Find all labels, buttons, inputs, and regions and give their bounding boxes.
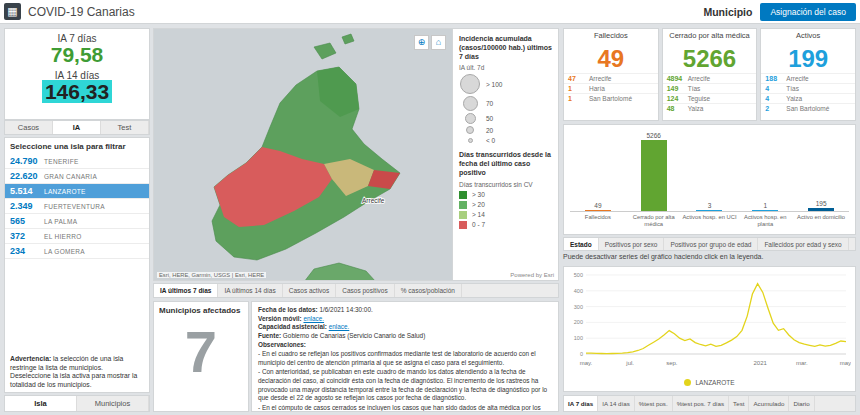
breakdown-count: 47 [568, 75, 586, 82]
bar-value-label: 3 [708, 202, 712, 209]
incidence-circle-icon [468, 138, 473, 143]
days-swatch-icon [459, 191, 467, 199]
bar-value-label: 49 [594, 202, 601, 209]
y-tick-label: 400 [574, 288, 583, 294]
breakdown-count: 188 [765, 75, 783, 82]
incidence-legend-title: Incidencia acumulada (casos/100000 hab.)… [459, 35, 552, 61]
incidence-classes: > 100705020< 0 [459, 74, 552, 144]
app-menu-icon[interactable]: ▦ [4, 3, 21, 20]
island-row-gran-canaria[interactable]: 22.620GRAN CANARIA [5, 169, 149, 184]
island-row-el-hierro[interactable]: 372EL HIERRO [5, 229, 149, 244]
island-count: 565 [10, 216, 40, 226]
line-chart-legend[interactable]: LANZAROTE [566, 379, 853, 386]
island-count: 372 [10, 231, 40, 241]
stat-card-breakdown: 188Arrecife4Tías4Yaiza2San Bartolomé [761, 73, 855, 120]
map-legend: Incidencia acumulada (casos/100000 hab.)… [452, 29, 558, 280]
tab-isla[interactable]: Isla [5, 396, 77, 411]
tab-test-pos[interactable]: %test pos. [635, 396, 673, 411]
breakdown-municipio: Arrecife [786, 75, 808, 82]
data-info-panel: Fecha de los datos: 1/6/2021 14:30:00. V… [251, 301, 559, 412]
tab-ia-14-d-as[interactable]: IA 14 días [598, 396, 635, 411]
stat-card-activos: Activos199188Arrecife4Tías4Yaiza2San Bar… [760, 28, 856, 121]
incidence-circle-icon [465, 113, 476, 124]
map-metric-tabs: IA últimos 7 díasIA últimos 14 díasCasos… [153, 283, 559, 298]
tab-ia-7-d-as[interactable]: IA 7 días [564, 396, 598, 411]
y-tick-label: 300 [574, 304, 583, 310]
incidence-class: 70 [459, 96, 552, 111]
bar-rect [641, 140, 667, 211]
incidence-circle-icon [460, 74, 480, 94]
card-breakdown-row: 4Yaiza [761, 93, 855, 103]
observations-list: - En el cuadro se reflejan los positivos… [258, 350, 552, 412]
bar-activos-hosp-en-uci[interactable]: 3Activos hosp. en UCI [682, 129, 738, 232]
header-right: Municipio Asignación del caso [703, 3, 856, 21]
tab-test[interactable]: Test [101, 121, 149, 134]
card-breakdown-row: 47Arrecife [564, 73, 658, 83]
card-breakdown-row: 4894Arrecife [663, 73, 757, 83]
app-title: COVID-19 Canarias [28, 5, 135, 19]
island-name: TENERIFE [44, 158, 79, 165]
chart-legend-note: Puede desactivar series del gráfico haci… [563, 253, 856, 260]
home-icon[interactable]: ⌂ [431, 35, 446, 50]
tab-casos-positivos[interactable]: Casos positivos [336, 284, 395, 297]
breakdown-count: 4 [765, 85, 783, 92]
x-tick-label: sep. [666, 360, 678, 366]
stat-card-value: 49 [564, 46, 658, 71]
source-value: Gobierno de Canarias (Servicio Canario d… [283, 332, 425, 339]
island-row-la-gomera[interactable]: 234LA GOMERA [5, 244, 149, 259]
island-row-la-palma[interactable]: 565LA PALMA [5, 214, 149, 229]
card-breakdown-row: 188Arrecife [761, 73, 855, 83]
tab-casos-activos[interactable]: Casos activos [283, 284, 336, 297]
tab-estado[interactable]: Estado [564, 238, 599, 250]
tab-casos[interactable]: Casos [5, 121, 53, 134]
y-tick-label: 500 [574, 272, 583, 278]
tab-ia-ltimos-14-d-as[interactable]: IA últimos 14 días [218, 284, 282, 297]
card-breakdown-row: 2San Bartolomé [761, 103, 855, 113]
stat-card-value: 5266 [663, 46, 757, 71]
bar-rect [585, 210, 611, 211]
assign-case-button[interactable]: Asignación del caso [760, 3, 856, 21]
days-legend-title: Días transcurridos desde la fecha del úl… [459, 151, 552, 177]
tab-test-pos-7-d-as[interactable]: %test pos. 7 días [673, 396, 729, 411]
tab-acumulado[interactable]: Acumulado [749, 396, 789, 411]
tab-casos-poblaci-n[interactable]: % casos/población [395, 284, 462, 297]
card-breakdown-row: 4Tías [761, 83, 855, 93]
days-classes: > 30> 20> 140 - 7 [459, 191, 552, 229]
island-row-tenerife[interactable]: 24.790TENERIFE [5, 154, 149, 169]
lanzarote-series-line [586, 284, 846, 354]
breakdown-municipio: San Bartolomé [786, 105, 829, 112]
incidence-class-label: 70 [486, 100, 493, 107]
lanzarote-legend-dot-icon [684, 379, 691, 386]
days-class: > 20 [459, 201, 552, 209]
island-row-fuerteventura[interactable]: 2.349FUERTEVENTURA [5, 199, 149, 214]
breakdown-count: 1 [568, 95, 586, 102]
capacity-link[interactable]: enlace. [329, 323, 350, 330]
observation-line: - Con anterioridad, se publicaban en est… [258, 368, 552, 403]
ia7-line-chart-svg: 0100200300400500may.jul.sep.2021mar.may. [566, 270, 851, 374]
tab-positivos-por-grupo-de-edad[interactable]: Positivos por grupo de edad [664, 238, 758, 250]
mobile-link[interactable]: enlace. [303, 315, 324, 322]
bar-cerrado-por-alta-m-dica[interactable]: 5266Cerrado por alta médica [626, 129, 682, 232]
tab-test[interactable]: Test [729, 396, 749, 411]
bar-activo-en-domicilio[interactable]: 195Activo en domicilio [793, 129, 849, 232]
bar-activos-hosp-en-planta[interactable]: 1Activos hosp. en planta [737, 129, 793, 232]
island-row-lanzarote[interactable]: 5.514LANZAROTE [5, 184, 149, 199]
tab-ia[interactable]: IA [53, 121, 101, 134]
days-class-label: > 14 [472, 211, 485, 218]
tab-municipios[interactable]: Municipios [77, 396, 149, 411]
stat-card-breakdown: 47Arrecife1Haría1San Bartolomé [564, 73, 658, 120]
tab-positivos-por-sexo[interactable]: Positivos por sexo [599, 238, 665, 250]
tab-fallecidos-por-edad-y-sexo[interactable]: Fallecidos por edad y sexo [758, 238, 848, 250]
incidence-class-label: > 100 [486, 81, 502, 88]
bar-fallecidos[interactable]: 49Fallecidos [570, 129, 626, 232]
stat-card-breakdown: 4894Arrecife149Tías124Teguise48Yaiza [663, 73, 757, 120]
incidence-circle-icon [466, 126, 474, 134]
ia14-value: 146,33 [42, 80, 112, 103]
zoom-extent-icon[interactable]: ⊕ [414, 35, 429, 50]
left-metric-tabs: CasosIATest [4, 120, 150, 135]
tab-diario[interactable]: Diario [789, 396, 814, 411]
map-controls: ⊕ ⌂ [414, 35, 446, 50]
incidence-legend-subtitle: IA últ. 7d [459, 64, 552, 71]
tab-ia-ltimos-7-d-as[interactable]: IA últimos 7 días [154, 284, 218, 297]
island-filter-title: Seleccione una isla para filtrar [5, 138, 149, 154]
